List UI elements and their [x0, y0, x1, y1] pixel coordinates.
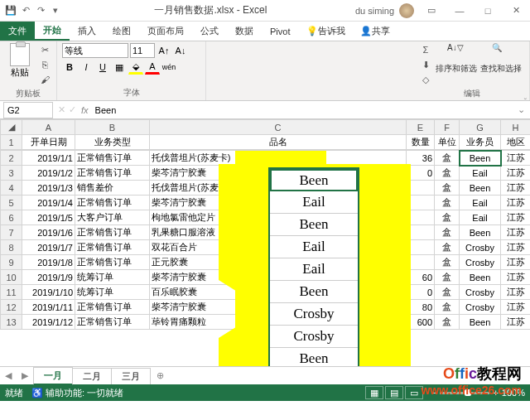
- table-row: 2 2019/1/1 正常销售订单 托伐普坦片(苏麦卡) 36 盒 Been 江…: [1, 151, 531, 166]
- avatar: [399, 3, 414, 18]
- watermark-brand: Offic教程网: [443, 364, 522, 384]
- save-icon[interactable]: 💾: [5, 5, 17, 17]
- row-header[interactable]: 1: [1, 135, 22, 150]
- cut-icon[interactable]: ✂: [38, 43, 51, 56]
- col-header[interactable]: E: [407, 120, 435, 135]
- minimize-button[interactable]: —: [446, 0, 474, 22]
- format-painter-icon[interactable]: 🖌: [38, 73, 51, 86]
- maximize-button[interactable]: □: [474, 0, 502, 22]
- collapse-ribbon-icon[interactable]: ˇ: [524, 98, 527, 107]
- title-bar: 💾 ↶ ↷ ▾ 一月销售数据.xlsx - Excel du siming ▭ …: [0, 0, 530, 22]
- ribbon-tabs: 文件 开始 插入 绘图 页面布局 公式 数据 Pivot 💡 告诉我 👤 共享: [0, 22, 530, 41]
- fx-icon[interactable]: fx: [78, 105, 92, 115]
- user-name: du siming: [355, 6, 394, 16]
- tab-data[interactable]: 数据: [227, 22, 262, 41]
- col-header[interactable]: C: [150, 120, 407, 135]
- col-header[interactable]: G: [460, 120, 501, 135]
- tab-draw[interactable]: 绘图: [104, 22, 139, 41]
- sheet-tab[interactable]: 三月: [111, 368, 151, 384]
- font-size-select[interactable]: [130, 43, 155, 58]
- formula-bar-row: ✕ ✓ fx Been ⌄: [0, 101, 530, 119]
- select-all-corner[interactable]: ◢: [1, 120, 22, 135]
- row-header[interactable]: 7: [1, 225, 22, 240]
- redo-icon[interactable]: ↷: [35, 5, 46, 17]
- row-header[interactable]: 4: [1, 181, 22, 196]
- font-color-button[interactable]: A: [145, 60, 160, 75]
- group-label: 编辑: [419, 86, 524, 99]
- increase-font-icon[interactable]: A↑: [157, 43, 171, 58]
- qat-more-icon[interactable]: ▾: [50, 5, 61, 17]
- expand-formula-icon[interactable]: ⌄: [513, 104, 530, 115]
- tab-insert[interactable]: 插入: [70, 22, 104, 41]
- add-sheet-icon[interactable]: ⊕: [150, 370, 171, 381]
- row-header[interactable]: 10: [1, 270, 22, 285]
- normal-view-icon[interactable]: ▦: [365, 386, 383, 399]
- find-select-button[interactable]: 🔍 查找和选择: [480, 43, 522, 75]
- overlay-cell: Been: [270, 214, 358, 236]
- tab-nav-next-icon[interactable]: ▶: [17, 370, 33, 381]
- row-header[interactable]: 9: [1, 255, 22, 270]
- row-header[interactable]: 8: [1, 240, 22, 255]
- name-box[interactable]: [3, 102, 53, 118]
- group-label: 字体: [62, 85, 200, 99]
- overlay-cell: Eail: [270, 236, 358, 258]
- row-header[interactable]: 11: [1, 285, 22, 300]
- row-header[interactable]: 5: [1, 196, 22, 210]
- sort-filter-button[interactable]: A↓▽ 排序和筛选: [436, 43, 477, 75]
- header-row: 1 开单日期 业务类型 品名 数量 单位 业务员 地区: [1, 135, 531, 150]
- italic-button[interactable]: I: [79, 60, 94, 75]
- row-header[interactable]: 6: [1, 210, 22, 225]
- row-header[interactable]: 3: [1, 166, 22, 181]
- formula-bar[interactable]: Been: [92, 105, 513, 115]
- border-button[interactable]: ▦: [112, 60, 127, 75]
- underline-button[interactable]: U: [95, 60, 110, 75]
- tab-pivot[interactable]: Pivot: [262, 22, 298, 41]
- clear-icon[interactable]: ◇: [419, 73, 432, 86]
- close-button[interactable]: ✕: [502, 0, 530, 22]
- bold-button[interactable]: B: [62, 60, 77, 75]
- decrease-font-icon[interactable]: A↓: [173, 43, 188, 58]
- col-header[interactable]: A: [22, 120, 75, 135]
- col-header[interactable]: F: [435, 120, 460, 135]
- paste-button[interactable]: 粘贴: [5, 43, 35, 79]
- overlay-cell: Been: [270, 169, 358, 191]
- tab-home[interactable]: 开始: [35, 22, 70, 41]
- user-account[interactable]: du siming: [355, 3, 417, 18]
- clipboard-icon: [10, 43, 30, 66]
- row-header[interactable]: 13: [1, 315, 22, 330]
- row-header[interactable]: 2: [1, 151, 22, 166]
- phonetic-button[interactable]: wén: [161, 60, 176, 75]
- tab-formulas[interactable]: 公式: [192, 22, 227, 41]
- fill-icon[interactable]: ⬇: [419, 58, 432, 71]
- watermark-url: www.office26.com: [421, 384, 522, 397]
- autosum-icon[interactable]: Σ: [419, 43, 432, 56]
- tab-layout[interactable]: 页面布局: [139, 22, 192, 41]
- overlay-cell: Eail: [270, 258, 358, 281]
- col-header[interactable]: B: [75, 120, 150, 135]
- worksheet-grid[interactable]: ◢ A B C E F G H 1 开单日期 业务类型 品名 数量 单位 业务员…: [0, 119, 530, 366]
- sheet-tab[interactable]: 一月: [33, 367, 73, 385]
- row-header[interactable]: 12: [1, 300, 22, 315]
- group-clipboard: 粘贴 ✂ ⎘ 🖌 剪贴板: [0, 41, 57, 100]
- group-editing: Σ ⬇ ◇ A↓▽ 排序和筛选 🔍 查找和选择 编辑: [414, 41, 530, 100]
- fill-color-button[interactable]: ⬙: [128, 60, 143, 75]
- tab-tellme[interactable]: 💡 告诉我: [298, 22, 354, 41]
- enter-icon[interactable]: ✓: [67, 104, 78, 115]
- tab-file[interactable]: 文件: [0, 22, 35, 41]
- status-ready: 就绪: [5, 387, 23, 399]
- window-title: 一月销售数据.xlsx - Excel: [66, 3, 355, 17]
- overlay-cell: Been: [270, 281, 358, 303]
- page-layout-view-icon[interactable]: ▤: [385, 386, 403, 399]
- ribbon-options-icon[interactable]: ▭: [417, 0, 446, 22]
- sheet-tab[interactable]: 二月: [72, 368, 112, 384]
- accessibility-status[interactable]: ♿ 辅助功能: 一切就绪: [31, 387, 123, 399]
- cancel-icon[interactable]: ✕: [56, 104, 67, 115]
- sort-filter-icon: A↓▽: [447, 43, 465, 61]
- tab-nav-prev-icon[interactable]: ◀: [0, 370, 17, 381]
- font-name-select[interactable]: [62, 43, 128, 58]
- col-header[interactable]: H: [501, 120, 530, 135]
- undo-icon[interactable]: ↶: [20, 5, 31, 17]
- copy-icon[interactable]: ⎘: [38, 58, 51, 71]
- share-button[interactable]: 👤 共享: [354, 22, 397, 41]
- column-headers: ◢ A B C E F G H: [1, 120, 531, 135]
